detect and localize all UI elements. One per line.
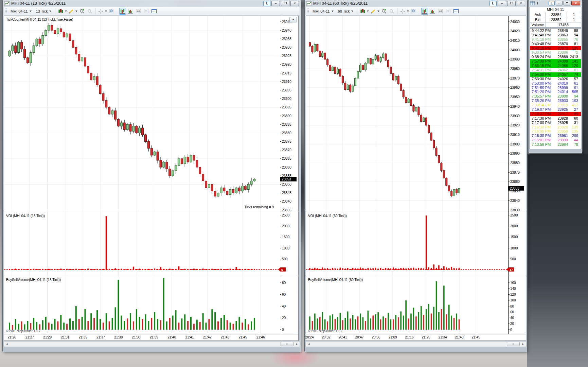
chevron-down-icon <box>351 11 353 12</box>
minimize-button[interactable]: – <box>271 1 280 6</box>
maximize-button[interactable] <box>507 1 516 6</box>
time-sales-row: 7:53:00 PM2401961 <box>530 81 581 86</box>
link-button[interactable]: L <box>549 1 555 5</box>
scroll-right-icon[interactable]: ► <box>294 342 300 347</box>
axis-menu-button[interactable]: ▼ <box>289 17 297 22</box>
svg-text:23940: 23940 <box>510 105 520 108</box>
svg-text:23845: 23845 <box>282 191 291 195</box>
zoom-in-icon[interactable] <box>78 8 85 15</box>
time-axis-label: 21:16 <box>404 335 415 339</box>
trade-size: 44 <box>568 138 581 142</box>
scroll-right-icon[interactable]: ► <box>520 342 526 347</box>
svg-text:23915: 23915 <box>282 71 291 75</box>
instrument-dropdown[interactable]: MHI 04-11 <box>9 8 33 14</box>
interval-dropdown[interactable]: 60 Tick <box>336 8 355 14</box>
chart-canvas[interactable]: 2394523940239352393023925239202391523910… <box>4 16 299 335</box>
chart-style-icon[interactable] <box>57 8 64 15</box>
link-button[interactable]: L <box>263 1 270 6</box>
svg-text:23860: 23860 <box>510 180 520 184</box>
ask-label: Ask <box>530 12 546 17</box>
chevron-down-icon[interactable] <box>367 11 369 12</box>
time-axis[interactable]: 20:2420:3220:4120:4720:5621:0921:1621:25… <box>306 334 526 341</box>
trade-time: 9:38:24 PM <box>530 55 552 59</box>
chevron-down-icon[interactable] <box>75 11 77 12</box>
time-sales-row: 9:38:24 PM238892413 <box>530 55 581 59</box>
instrument-dropdown[interactable]: MHI 04-11 <box>311 8 335 14</box>
chevron-down-icon[interactable] <box>407 11 409 12</box>
time-sales-row: 7:16:30 PM23928139 <box>530 125 581 129</box>
time-sales-row: 7:17:00 PM2392531 <box>530 121 581 125</box>
scroll-left-icon[interactable]: ◄ <box>4 342 10 347</box>
chevron-down-icon[interactable] <box>65 11 67 12</box>
strategies-icon[interactable]: S <box>143 8 149 15</box>
time-axis-label: 20:56 <box>370 335 382 339</box>
horizontal-scrollbar[interactable]: ◄ ≡ ► <box>4 341 300 347</box>
toolbar-separator <box>95 8 95 14</box>
chart-style-icon[interactable] <box>359 8 366 15</box>
close-button[interactable]: × <box>571 1 580 5</box>
indicators-icon[interactable] <box>127 8 134 15</box>
strategies-icon[interactable]: S <box>445 8 451 15</box>
properties-icon[interactable] <box>150 8 157 15</box>
svg-text:500: 500 <box>510 257 516 261</box>
horizontal-scrollbar[interactable]: ◄ ≡ ► <box>306 341 526 347</box>
time-axis-label: 21:45 <box>470 335 482 339</box>
minimize-button[interactable]: – <box>556 1 563 5</box>
crosshair-icon[interactable] <box>97 8 104 15</box>
data-series-icon[interactable] <box>119 8 126 15</box>
scrollbar-grip[interactable]: ≡ <box>281 342 293 346</box>
titlebar[interactable]: MHI 04-11 (13 Tick) 4/25/2011 L – × <box>3 0 301 7</box>
chart-window-60tick[interactable]: MHI 04-11 (60 Tick) 4/25/2011 L – × MHI … <box>305 0 527 352</box>
trade-price: 23873 <box>552 46 568 51</box>
svg-text:23980: 23980 <box>510 67 520 71</box>
indicators-icon[interactable] <box>429 8 436 15</box>
time-axis[interactable]: 21:2621:2721:2921:3121:3521:3721:3821:38… <box>4 334 299 341</box>
minimize-button[interactable]: – <box>498 1 506 6</box>
close-button[interactable]: × <box>517 1 525 6</box>
svg-text:2500: 2500 <box>510 213 518 217</box>
interval-dropdown[interactable]: 13 Tick <box>34 8 53 14</box>
snapshot-icon[interactable] <box>410 8 417 15</box>
toolbar-grip[interactable] <box>307 8 309 14</box>
titlebar[interactable]: MHI 04-11 (60 Tick) 4/25/2011 L – × <box>305 0 527 7</box>
trade-size: 88 <box>568 29 581 33</box>
maximize-button[interactable] <box>281 1 289 6</box>
time-sales-row: 7:15:30 PM23961209 <box>530 134 581 138</box>
drawing-tools-icon[interactable] <box>370 8 377 15</box>
time-and-sales-window[interactable]: T L – × MHI 04-11 Ask 23854 1 Bid 23852 … <box>529 0 582 153</box>
scroll-left-icon[interactable]: ◄ <box>306 342 311 347</box>
trade-time: 7:15:01 PM <box>530 138 552 142</box>
svg-text:23960: 23960 <box>510 86 520 89</box>
zoom-out-icon[interactable] <box>388 8 395 15</box>
snapshot-icon[interactable] <box>108 8 115 15</box>
svg-text:23875: 23875 <box>282 140 291 143</box>
chart-image-icon[interactable] <box>437 8 444 15</box>
time-sales-row: 7:54:31 PM2406281 <box>530 68 581 72</box>
toolbar-separator <box>419 8 419 14</box>
trade-time: 9:40:18 PM <box>530 46 552 51</box>
chart-window-13tick[interactable]: MHI 04-11 (13 Tick) 4/25/2011 L – × MHI … <box>3 0 301 352</box>
trade-size: 125 <box>568 46 581 51</box>
chevron-down-icon[interactable] <box>105 11 107 12</box>
drawing-tools-icon[interactable] <box>68 8 75 15</box>
time-sales-row: 9:44:22 PM2384988 <box>530 29 581 33</box>
maximize-button[interactable] <box>564 1 570 5</box>
zoom-in-icon[interactable] <box>380 8 387 15</box>
properties-icon[interactable] <box>452 8 459 15</box>
chart-canvas[interactable]: 2403024020240102400023990239802397023960… <box>306 16 527 335</box>
chevron-down-icon[interactable] <box>377 11 379 12</box>
chart-image-icon[interactable] <box>135 8 142 15</box>
zoom-out-icon[interactable] <box>86 8 93 15</box>
chart-area-60tick[interactable]: 2403024020240102400023990239802397023960… <box>306 16 526 334</box>
chart-area-13tick[interactable]: 2394523940239352393023925239202391523910… <box>4 16 299 334</box>
crosshair-icon[interactable] <box>399 8 406 15</box>
close-button[interactable]: × <box>290 1 299 6</box>
titlebar[interactable]: T L – × <box>529 0 582 6</box>
scrollbar-grip[interactable]: ≡ <box>507 342 520 346</box>
time-and-sales-list[interactable]: 9:44:22 PM23849889:41:48 PM23863949:41:1… <box>530 28 581 149</box>
data-series-icon[interactable] <box>421 8 428 15</box>
toolbar-grip[interactable] <box>5 8 7 14</box>
ticks-remaining-label: Ticks remaining = 9 <box>244 205 274 209</box>
svg-text:23925: 23925 <box>282 54 291 58</box>
link-button[interactable]: L <box>489 1 497 6</box>
